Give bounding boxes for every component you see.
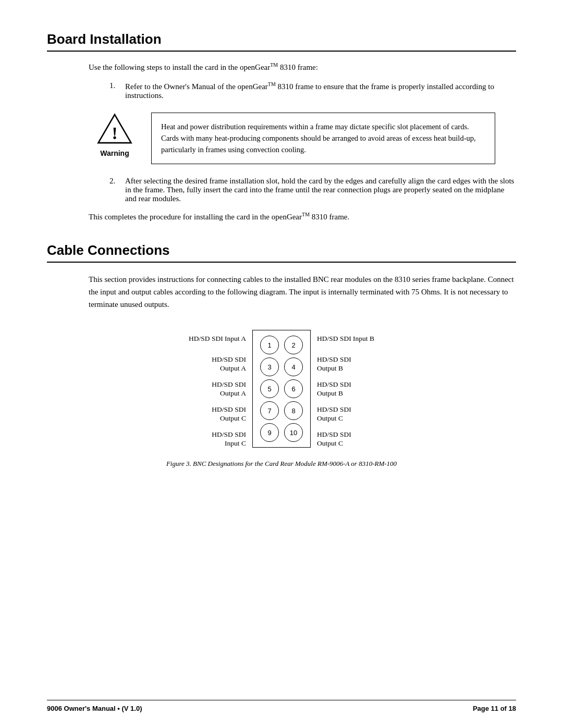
bnc-pin-1: 1 — [260, 336, 279, 354]
cable-connections-section: Cable Connections This section provides … — [47, 242, 516, 468]
numbered-list-2: 2. After selecting the desired frame ins… — [109, 177, 516, 203]
bnc-pin-8: 8 — [284, 401, 303, 420]
cable-intro-text: This section provides instructions for c… — [89, 273, 516, 311]
bnc-right-label-2: HD/SD SDIOutput B — [317, 351, 351, 376]
bnc-pin-9: 9 — [260, 423, 279, 442]
bnc-diagram: HD/SD SDI Input A HD/SD SDIOutput A HD/S… — [47, 326, 516, 451]
bnc-right-label-5: HD/SD SDIOutput C — [317, 426, 351, 451]
step-2-text: After selecting the desired frame instal… — [125, 177, 516, 203]
page-container: Board Installation Use the following ste… — [0, 0, 563, 728]
numbered-list: 1. Refer to the Owner's Manual of the op… — [109, 81, 516, 100]
step-1-num: 1. — [109, 81, 120, 100]
tm-sup-2: TM — [268, 81, 276, 87]
figure-caption: Figure 3. BNC Designations for the Card … — [47, 460, 516, 468]
step-1-text: Refer to the Owner's Manual of the openG… — [125, 81, 516, 100]
bnc-pin-5: 5 — [260, 379, 279, 398]
step-1-item: 1. Refer to the Owner's Manual of the op… — [109, 81, 516, 100]
bnc-connector-block: 1 2 3 4 5 6 7 8 9 10 — [252, 330, 311, 448]
board-installation-section: Board Installation Use the following ste… — [47, 31, 516, 221]
intro-text-content: Use the following steps to install the c… — [89, 63, 318, 71]
warning-box: Heat and power distribution requirements… — [151, 113, 495, 164]
bnc-pin-2: 2 — [284, 336, 303, 354]
warning-label: Warning — [100, 149, 129, 157]
bnc-right-label-3: HD/SD SDIOutput B — [317, 376, 351, 401]
bnc-left-label-1: HD/SD SDI Input A — [189, 326, 246, 351]
bnc-left-labels: HD/SD SDI Input A HD/SD SDIOutput A HD/S… — [189, 326, 246, 451]
bnc-pin-6: 6 — [284, 379, 303, 398]
bnc-left-label-2: HD/SD SDIOutput A — [212, 351, 246, 376]
bnc-right-label-4: HD/SD SDIOutput C — [317, 401, 351, 426]
step-2-num: 2. — [109, 177, 120, 203]
warning-icon-area: ! Warning — [89, 113, 141, 157]
svg-text:!: ! — [112, 124, 117, 143]
bnc-row-3: 5 6 — [260, 379, 303, 398]
warning-triangle-icon: ! — [96, 113, 133, 145]
bnc-pin-4: 4 — [284, 357, 303, 376]
bnc-left-label-3: HD/SD SDIOutput A — [212, 376, 246, 401]
completes-text: This completes the procedure for install… — [89, 212, 516, 221]
tm-sup-1: TM — [270, 62, 278, 68]
footer-left: 9006 Owner's Manual • (V 1.0) — [47, 705, 142, 712]
bnc-row-4: 7 8 — [260, 401, 303, 420]
bnc-row-2: 3 4 — [260, 357, 303, 376]
bnc-left-label-4: HD/SD SDIOutput C — [212, 401, 246, 426]
intro-text: Use the following steps to install the c… — [89, 62, 516, 72]
bnc-pin-10: 10 — [284, 423, 303, 442]
cable-connections-heading: Cable Connections — [47, 242, 516, 263]
bnc-right-labels: HD/SD SDI Input B HD/SD SDIOutput B HD/S… — [317, 326, 374, 451]
bnc-left-label-5: HD/SD SDIInput C — [212, 426, 246, 451]
board-installation-heading: Board Installation — [47, 31, 516, 52]
page-footer: 9006 Owner's Manual • (V 1.0) Page 11 of… — [47, 700, 516, 712]
warning-text: Heat and power distribution requirements… — [161, 122, 476, 154]
bnc-row-1: 1 2 — [260, 336, 303, 354]
bnc-pin-7: 7 — [260, 401, 279, 420]
bnc-pin-3: 3 — [260, 357, 279, 376]
step-2-item: 2. After selecting the desired frame ins… — [109, 177, 516, 203]
warning-section: ! Warning Heat and power distribution re… — [89, 113, 516, 164]
completes-text-content: This completes the procedure for install… — [89, 213, 349, 221]
bnc-row-5: 9 10 — [260, 423, 303, 442]
tm-sup-3: TM — [302, 212, 310, 217]
footer-right: Page 11 of 18 — [473, 705, 516, 712]
bnc-right-label-1: HD/SD SDI Input B — [317, 326, 374, 351]
